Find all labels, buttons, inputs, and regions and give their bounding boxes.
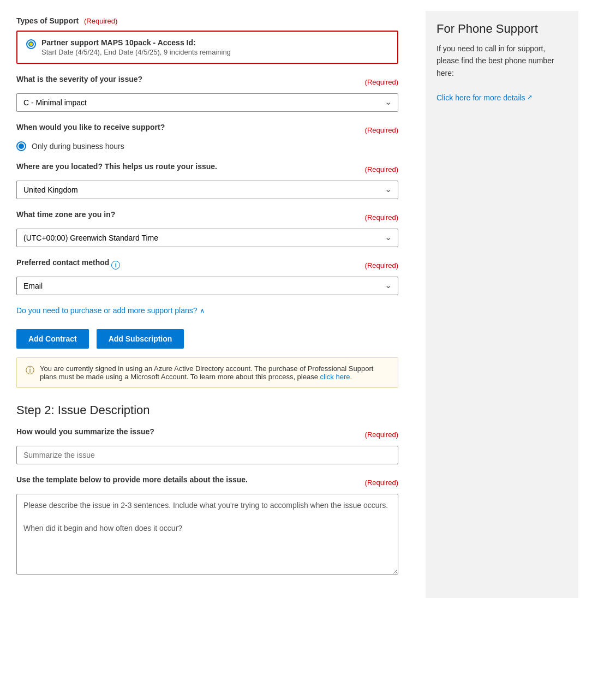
- sidebar-body-text: If you need to call in for support, plea…: [436, 44, 554, 77]
- purchase-plans-link-label: Do you need to purchase or add more supp…: [16, 306, 198, 315]
- contact-method-dropdown[interactable]: Email Phone: [16, 277, 398, 295]
- warning-link-label: click here: [320, 373, 350, 381]
- location-section: Where are you located? This helps us rou…: [16, 162, 398, 199]
- sidebar-click-here-link[interactable]: Click here for more details ➚: [436, 92, 533, 104]
- action-buttons-row: Add Contract Add Subscription: [16, 329, 398, 349]
- contact-method-required: (Required): [365, 261, 398, 270]
- severity-required: (Required): [365, 78, 398, 86]
- warning-text: You are currently signed in using an Azu…: [40, 364, 389, 381]
- timezone-label: What time zone are you in?: [16, 210, 115, 219]
- types-of-support-section: Types of Support (Required) Partner supp…: [16, 16, 398, 64]
- sidebar-title: For Phone Support: [436, 22, 567, 36]
- support-option-radio-inner: [28, 41, 34, 47]
- phone-support-sidebar: For Phone Support If you need to call in…: [426, 11, 578, 598]
- main-content: Types of Support (Required) Partner supp…: [0, 11, 415, 598]
- support-option-radio[interactable]: [26, 39, 36, 49]
- details-label: Use the template below to provide more d…: [16, 475, 248, 484]
- timezone-dropdown-wrapper: (UTC+00:00) Greenwich Standard Time (UTC…: [16, 229, 398, 247]
- severity-section: What is the severity of your issue? (Req…: [16, 75, 398, 112]
- summarize-required: (Required): [365, 430, 398, 439]
- types-of-support-label: Types of Support: [16, 16, 79, 25]
- support-option-text: Partner support MAPS 10pack - Access Id:…: [41, 38, 231, 56]
- support-option-title: Partner support MAPS 10pack - Access Id:: [41, 38, 231, 47]
- sidebar-body: If you need to call in for support, plea…: [436, 43, 567, 104]
- timezone-dropdown[interactable]: (UTC+00:00) Greenwich Standard Time (UTC…: [16, 229, 398, 247]
- contact-method-dropdown-wrapper: Email Phone: [16, 277, 398, 295]
- support-time-option[interactable]: Only during business hours: [16, 141, 398, 151]
- add-subscription-button[interactable]: Add Subscription: [97, 329, 184, 349]
- timezone-required: (Required): [365, 213, 398, 222]
- warning-click-here-link[interactable]: click here: [320, 373, 350, 381]
- location-label: Where are you located? This helps us rou…: [16, 162, 217, 171]
- warning-text-after: .: [350, 373, 352, 381]
- support-option-card[interactable]: Partner support MAPS 10pack - Access Id:…: [16, 31, 398, 64]
- support-time-required: (Required): [365, 126, 398, 134]
- support-time-label: When would you like to receive support?: [16, 123, 165, 131]
- location-dropdown-wrapper: United Kingdom United States Germany Fra…: [16, 181, 398, 199]
- severity-dropdown[interactable]: A - Critical impact B - Moderate impact …: [16, 93, 398, 112]
- severity-label: What is the severity of your issue?: [16, 75, 142, 83]
- warning-info-icon: ⓘ: [26, 365, 34, 376]
- purchase-plans-link[interactable]: Do you need to purchase or add more supp…: [16, 306, 205, 315]
- types-of-support-required: (Required): [84, 17, 117, 25]
- details-textarea[interactable]: [16, 494, 398, 575]
- support-time-radio-inner: [19, 143, 24, 149]
- location-required: (Required): [365, 165, 398, 174]
- add-contract-button[interactable]: Add Contract: [16, 329, 89, 349]
- contact-method-label: Preferred contact method: [16, 258, 109, 267]
- support-option-subtitle: Start Date (4/5/24), End Date (4/5/25), …: [41, 48, 231, 56]
- step2-section: Step 2: Issue Description How would you …: [16, 403, 398, 576]
- contact-method-info-icon[interactable]: i: [111, 261, 120, 270]
- support-time-section: When would you like to receive support? …: [16, 123, 398, 151]
- chevron-up-icon: [200, 307, 205, 315]
- timezone-section: What time zone are you in? (Required) (U…: [16, 210, 398, 247]
- contact-method-section: Preferred contact method i (Required) Em…: [16, 258, 398, 295]
- location-dropdown[interactable]: United Kingdom United States Germany Fra…: [16, 181, 398, 199]
- sidebar-link-label: Click here for more details: [436, 92, 525, 104]
- warning-box: ⓘ You are currently signed in using an A…: [16, 357, 398, 388]
- summarize-input[interactable]: [16, 446, 398, 464]
- summarize-label: How would you summarize the issue?: [16, 427, 154, 436]
- support-time-radio[interactable]: [16, 141, 26, 151]
- details-required: (Required): [365, 478, 398, 487]
- support-time-option-label: Only during business hours: [32, 142, 124, 151]
- external-link-icon: ➚: [527, 92, 533, 103]
- step2-heading: Step 2: Issue Description: [16, 403, 398, 417]
- severity-dropdown-wrapper: A - Critical impact B - Moderate impact …: [16, 93, 398, 112]
